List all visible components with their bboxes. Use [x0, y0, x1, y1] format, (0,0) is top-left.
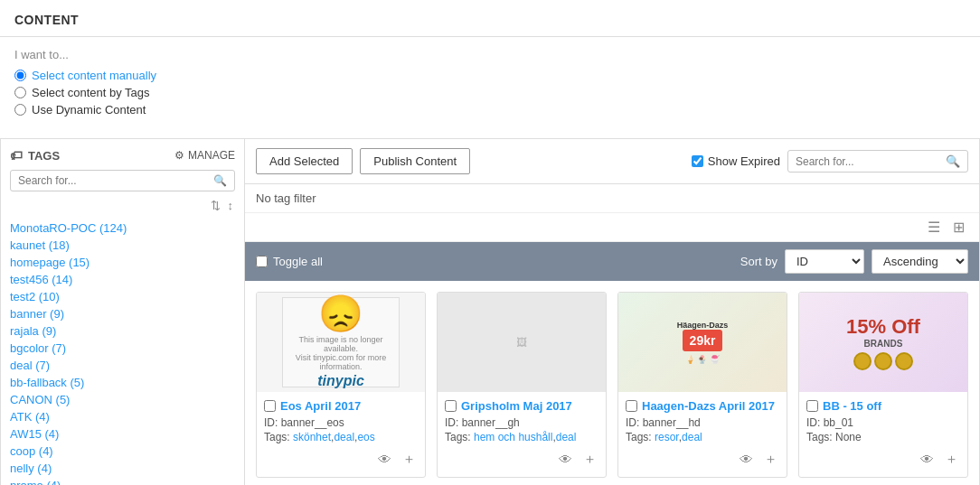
tag-link[interactable]: resor	[655, 431, 679, 443]
list-item[interactable]: deal (7)	[10, 357, 235, 374]
card-checkbox-gripsholm[interactable]	[445, 400, 457, 412]
card-actions-eos: 👁 ＋	[264, 449, 418, 470]
radio-select-by-tags[interactable]: Select content by Tags	[14, 86, 966, 99]
add-button-haagen[interactable]: ＋	[762, 449, 779, 470]
page-title: CONTENT	[14, 13, 79, 27]
list-item[interactable]: MonotaRO-POC (124)	[10, 219, 235, 237]
tag-link[interactable]: eos	[357, 431, 374, 443]
bb-percent-text: 15% Off	[846, 315, 920, 339]
bb-img-content: 15% Off BRANDS	[799, 293, 967, 392]
list-item[interactable]: homepage (15)	[10, 254, 235, 271]
coin-2	[874, 352, 892, 370]
sort-order-select[interactable]: Ascending Descending	[872, 249, 968, 274]
card-actions-haagen: 👁 ＋	[626, 449, 779, 470]
sort-by-select[interactable]: ID Title Created Modified	[785, 249, 864, 274]
toggle-all-checkbox[interactable]	[256, 256, 268, 267]
add-button-eos[interactable]: ＋	[400, 449, 418, 470]
view-button-eos[interactable]: 👁	[376, 449, 393, 470]
list-item[interactable]: coop (4)	[10, 443, 235, 460]
list-item[interactable]: banner (9)	[10, 305, 235, 322]
toolbar: Add Selected Publish Content Show Expire…	[245, 139, 979, 184]
card-tags-gripsholm: Tags: hem och hushåll,deal	[445, 431, 598, 443]
page-header: CONTENT	[0, 0, 980, 37]
card-image-gripsholm: 🖼	[438, 293, 606, 392]
show-expired-checkbox[interactable]	[692, 155, 703, 167]
card-meta-gripsholm: ID: banner__gh	[445, 416, 598, 429]
show-expired-label[interactable]: Show Expired	[692, 154, 780, 168]
add-button-gripsholm[interactable]: ＋	[581, 449, 598, 470]
list-item[interactable]: rajala (9)	[10, 322, 235, 340]
tag-link[interactable]: deal	[334, 431, 354, 443]
list-item[interactable]: test2 (10)	[10, 288, 235, 305]
card-meta-eos: ID: banner__eos	[264, 416, 418, 429]
list-item[interactable]: promo (4)	[10, 477, 235, 485]
list-view-button[interactable]: ☰	[924, 217, 944, 238]
tags-title: 🏷 TAGS	[10, 148, 60, 163]
content-area: I want to... Select content manually Sel…	[0, 37, 980, 138]
view-button-bb[interactable]: 👁	[919, 449, 936, 470]
sidebar-header: 🏷 TAGS ⚙ MANAGE	[10, 148, 235, 163]
view-button-haagen[interactable]: 👁	[738, 449, 755, 470]
right-panel: Add Selected Publish Content Show Expire…	[245, 139, 979, 485]
list-item[interactable]: bgcolor (7)	[10, 340, 235, 357]
grid-view-button[interactable]: ⊞	[949, 217, 968, 238]
card-title-link-haagen[interactable]: Haagen-Dazs April 2017	[642, 399, 775, 413]
tag-link[interactable]: hem och	[474, 431, 515, 443]
card-meta-haagen: ID: banner__hd	[626, 416, 779, 429]
haagen-brand-text: Häagen-Dazs	[677, 321, 729, 330]
toggle-bar: Toggle all Sort by ID Title Created Modi…	[245, 242, 979, 281]
grid-toolbar: ☰ ⊞	[245, 213, 979, 242]
add-selected-button[interactable]: Add Selected	[256, 148, 353, 174]
table-row: 🖼 Gripsholm Maj 2017 ID: banner__gh Tags…	[437, 292, 607, 478]
tag-link[interactable]: deal	[682, 431, 702, 443]
sidebar: 🏷 TAGS ⚙ MANAGE 🔍 ⇅ ↕ MonotaRO-POC (124)…	[1, 139, 245, 485]
radio-select-manually[interactable]: Select content manually	[14, 69, 966, 82]
sidebar-search-input[interactable]	[18, 174, 213, 187]
card-tags-eos: Tags: skönhet,deal,eos	[264, 431, 418, 443]
show-expired-text: Show Expired	[708, 154, 780, 168]
card-body-bb: BB - 15 off ID: bb_01 Tags: None 👁 ＋	[799, 392, 967, 477]
tag-list: MonotaRO-POC (124) kaunet (18) homepage …	[10, 219, 235, 485]
tag-link[interactable]: skönhet	[293, 431, 331, 443]
table-row: 15% Off BRANDS BB - 15 off	[798, 292, 968, 478]
radio-dynamic-label: Use Dynamic Content	[32, 103, 146, 117]
toolbar-search-input[interactable]	[796, 155, 946, 168]
list-item[interactable]: CANON (5)	[10, 391, 235, 408]
sort-za-button[interactable]: ↕	[226, 197, 236, 214]
card-actions-bb: 👁 ＋	[806, 449, 960, 470]
list-item[interactable]: test456 (14)	[10, 271, 235, 288]
card-checkbox-eos[interactable]	[264, 400, 276, 412]
card-actions-gripsholm: 👁 ＋	[445, 449, 598, 470]
table-row: 😞 This image is no longer available.Visi…	[256, 292, 426, 478]
card-checkbox-haagen[interactable]	[626, 400, 637, 412]
sort-az-button[interactable]: ⇅	[209, 197, 222, 214]
toggle-all-checkbox-label[interactable]: Toggle all	[256, 255, 323, 268]
radio-dynamic-content[interactable]: Use Dynamic Content	[14, 103, 966, 117]
card-title-gripsholm: Gripsholm Maj 2017	[445, 399, 598, 413]
list-item[interactable]: nelly (4)	[10, 460, 235, 477]
tinypic-message: This image is no longer available.Visit …	[288, 335, 393, 371]
card-title-haagen: Haagen-Dazs April 2017	[626, 399, 779, 413]
card-image-bb: 15% Off BRANDS	[799, 293, 967, 392]
toolbar-search-box: 🔍	[787, 150, 968, 173]
sidebar-search-box: 🔍	[10, 170, 235, 191]
card-title-link-eos[interactable]: Eos April 2017	[280, 399, 361, 413]
card-checkbox-bb[interactable]	[806, 400, 818, 412]
tag-link[interactable]: hushåll	[518, 431, 552, 443]
list-item[interactable]: AW15 (4)	[10, 425, 235, 443]
card-title-eos: Eos April 2017	[264, 399, 418, 413]
sad-face-icon: 😞	[318, 295, 363, 331]
manage-link[interactable]: ⚙ MANAGE	[174, 149, 235, 162]
card-title-link-bb[interactable]: BB - 15 off	[823, 399, 881, 413]
list-item[interactable]: bb-fallback (5)	[10, 374, 235, 391]
card-title-link-gripsholm[interactable]: Gripsholm Maj 2017	[461, 399, 572, 413]
i-want-to-label: I want to...	[14, 48, 966, 61]
list-item[interactable]: kaunet (18)	[10, 237, 235, 254]
gripsholm-placeholder: 🖼	[438, 293, 606, 392]
view-button-gripsholm[interactable]: 👁	[557, 449, 574, 470]
publish-content-button[interactable]: Publish Content	[360, 148, 470, 174]
card-tags-haagen: Tags: resor,deal	[626, 431, 779, 443]
list-item[interactable]: ATK (4)	[10, 408, 235, 425]
tag-link[interactable]: deal	[556, 431, 577, 443]
add-button-bb[interactable]: ＋	[943, 449, 960, 470]
